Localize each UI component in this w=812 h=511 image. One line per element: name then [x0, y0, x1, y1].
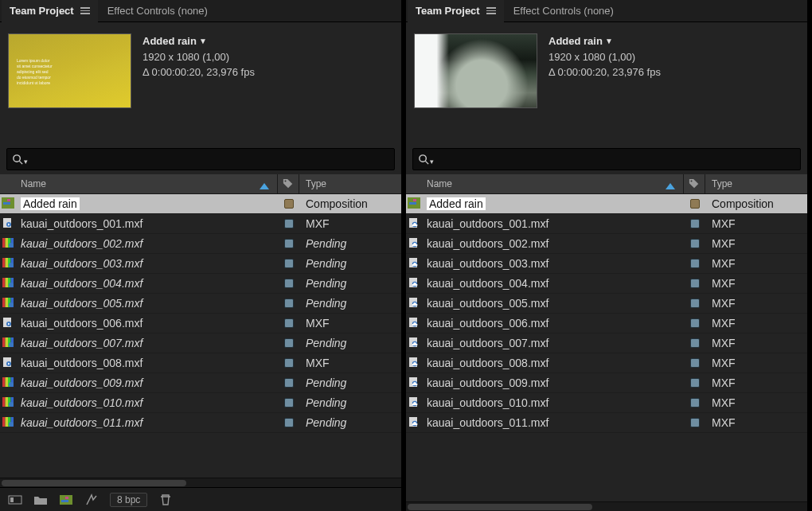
panel-menu-icon[interactable] — [80, 6, 90, 16]
project-item-row[interactable]: kauai_outdoors_004.mxfPending — [0, 274, 401, 294]
project-item-row[interactable]: kauai_outdoors_001.mxfMXF — [0, 214, 401, 234]
search-options-icon[interactable]: ▾ — [24, 158, 28, 166]
project-item-row[interactable]: kauai_outdoors_011.mxfPending — [0, 413, 401, 433]
item-type-icon — [408, 217, 420, 231]
item-title[interactable]: Added rain▼ — [142, 33, 255, 49]
item-label-swatch[interactable] — [690, 259, 700, 268]
project-item-row[interactable]: kauai_outdoors_008.mxfMXF — [0, 353, 401, 373]
composition-thumbnail[interactable]: Lorem ipsum dolorsit amet consecteturadi… — [8, 33, 131, 108]
panel-menu-icon[interactable] — [486, 6, 496, 16]
project-item-row[interactable]: kauai_outdoors_006.mxfMXF — [0, 314, 401, 334]
item-label-swatch[interactable] — [284, 378, 294, 388]
project-item-list[interactable]: Added rainCompositionkauai_outdoors_001.… — [0, 194, 401, 478]
item-name: kauai_outdoors_006.mxf — [21, 317, 142, 330]
item-label-swatch[interactable] — [284, 318, 294, 328]
item-label-swatch[interactable] — [284, 239, 294, 248]
item-label-swatch[interactable] — [690, 398, 700, 408]
item-label-swatch[interactable] — [690, 298, 700, 308]
project-item-row[interactable]: kauai_outdoors_006.mxfMXF — [406, 314, 807, 334]
item-label-swatch[interactable] — [690, 199, 700, 209]
item-label-swatch[interactable] — [690, 378, 700, 388]
item-duration-fps: Δ 0:00:00:20, 23,976 fps — [142, 64, 255, 80]
column-header-type[interactable]: Type — [299, 178, 401, 189]
tab-team-project[interactable]: Team Project — [2, 0, 98, 22]
column-header-name[interactable]: Name — [16, 178, 277, 189]
project-bit-depth[interactable]: 8 bpc — [110, 493, 147, 507]
adjustment-layer-icon[interactable] — [84, 493, 99, 506]
project-item-row[interactable]: kauai_outdoors_001.mxfMXF — [406, 214, 807, 234]
svg-rect-57 — [65, 497, 68, 499]
new-composition-icon[interactable] — [59, 493, 73, 506]
column-header-name[interactable]: Name — [422, 178, 683, 189]
new-folder-icon[interactable] — [33, 493, 48, 506]
item-name: kauai_outdoors_002.mxf — [21, 237, 142, 250]
item-label-swatch[interactable] — [690, 279, 700, 288]
tag-icon — [689, 178, 700, 189]
project-item-row[interactable]: kauai_outdoors_009.mxfMXF — [406, 373, 807, 393]
column-header-label[interactable] — [684, 178, 705, 189]
trash-icon[interactable] — [158, 493, 173, 506]
column-header-type[interactable]: Type — [705, 178, 807, 189]
interpret-footage-icon[interactable] — [8, 493, 22, 506]
project-item-row[interactable]: Added rainComposition — [406, 194, 807, 214]
project-item-row[interactable]: kauai_outdoors_008.mxfMXF — [406, 353, 807, 373]
item-label-swatch[interactable] — [690, 318, 700, 328]
tab-effect-controls[interactable]: Effect Controls (none) — [100, 0, 216, 22]
project-item-row[interactable]: kauai_outdoors_003.mxfPending — [0, 254, 401, 274]
project-item-row[interactable]: kauai_outdoors_011.mxfMXF — [406, 413, 807, 433]
horizontal-scrollbar[interactable] — [406, 501, 807, 511]
tab-effect-controls[interactable]: Effect Controls (none) — [506, 0, 622, 22]
composition-thumbnail[interactable] — [414, 33, 537, 108]
project-item-row[interactable]: kauai_outdoors_003.mxfMXF — [406, 254, 807, 274]
item-label-swatch[interactable] — [284, 199, 294, 209]
project-item-row[interactable]: kauai_outdoors_007.mxfPending — [0, 334, 401, 353]
project-item-row[interactable]: kauai_outdoors_002.mxfPending — [0, 234, 401, 254]
item-name: Added rain — [21, 197, 80, 210]
svg-point-0 — [14, 154, 20, 161]
project-item-row[interactable]: kauai_outdoors_010.mxfMXF — [406, 393, 807, 413]
item-label-swatch[interactable] — [690, 358, 700, 368]
item-type: Pending — [306, 297, 346, 310]
project-item-row[interactable]: kauai_outdoors_005.mxfPending — [0, 294, 401, 314]
item-name: kauai_outdoors_007.mxf — [21, 337, 142, 349]
item-label-swatch[interactable] — [284, 358, 294, 368]
item-label-swatch[interactable] — [690, 418, 700, 427]
item-dimensions: 1920 x 1080 (1,00) — [142, 49, 255, 64]
project-item-row[interactable]: kauai_outdoors_005.mxfMXF — [406, 294, 807, 314]
item-type-icon — [408, 197, 420, 211]
horizontal-scrollbar[interactable] — [0, 478, 401, 487]
item-label-swatch[interactable] — [284, 338, 294, 348]
project-item-row[interactable]: kauai_outdoors_007.mxfMXF — [406, 334, 807, 353]
item-title[interactable]: Added rain▼ — [548, 33, 661, 49]
project-item-row[interactable]: kauai_outdoors_010.mxfPending — [0, 393, 401, 413]
item-label-swatch[interactable] — [284, 418, 294, 427]
item-label-swatch[interactable] — [690, 239, 700, 248]
svg-point-59 — [420, 154, 426, 161]
tab-label: Effect Controls (none) — [513, 5, 614, 17]
item-label-swatch[interactable] — [284, 259, 294, 268]
item-type-icon — [2, 416, 14, 430]
search-options-icon[interactable]: ▾ — [430, 158, 434, 166]
search-input[interactable]: ▾ — [6, 148, 395, 170]
tab-team-project[interactable]: Team Project — [408, 0, 504, 22]
project-item-row[interactable]: kauai_outdoors_002.mxfMXF — [406, 234, 807, 254]
project-item-list[interactable]: Added rainCompositionkauai_outdoors_001.… — [406, 194, 807, 501]
item-label-swatch[interactable] — [690, 219, 700, 228]
item-label-swatch[interactable] — [284, 219, 294, 228]
project-item-row[interactable]: kauai_outdoors_004.mxfMXF — [406, 274, 807, 294]
item-label-swatch[interactable] — [690, 338, 700, 348]
svg-rect-65 — [409, 202, 416, 205]
project-item-row[interactable]: Added rainComposition — [0, 194, 401, 214]
column-header-label[interactable] — [278, 178, 299, 189]
item-type-icon — [2, 217, 14, 231]
search-input[interactable]: ▾ — [412, 148, 801, 170]
item-name: kauai_outdoors_001.mxf — [21, 217, 142, 230]
project-item-row[interactable]: kauai_outdoors_009.mxfPending — [0, 373, 401, 393]
item-label-swatch[interactable] — [284, 298, 294, 308]
svg-point-2 — [284, 180, 286, 181]
item-label-swatch[interactable] — [284, 279, 294, 288]
item-type-icon — [408, 376, 420, 390]
item-type: Pending — [306, 396, 346, 409]
item-label-swatch[interactable] — [284, 398, 294, 408]
item-type-icon — [408, 257, 420, 271]
